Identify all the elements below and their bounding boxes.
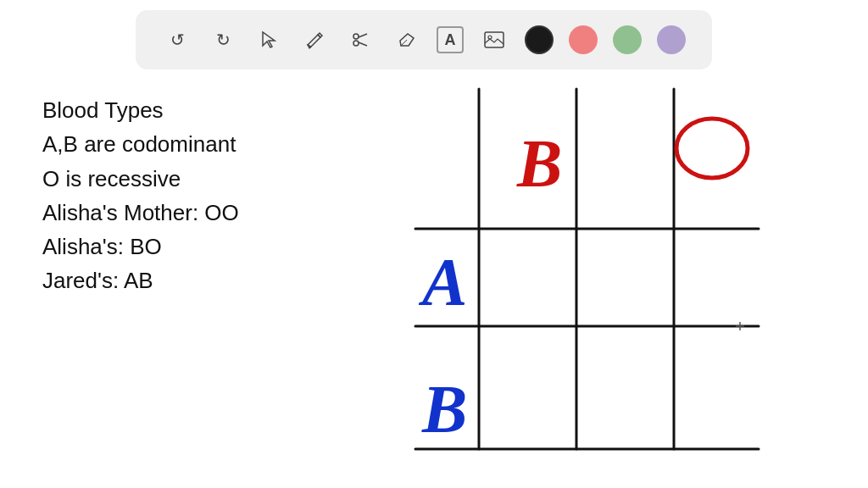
line-blood-types: Blood Types <box>42 93 239 127</box>
redo-button[interactable]: ↻ <box>208 25 238 55</box>
line-codominant: A,B are codominant <box>42 127 239 161</box>
row-header-B: B <box>421 372 467 446</box>
line-alisha: Alisha's: BO <box>42 230 239 263</box>
text-tool[interactable]: A <box>437 26 464 53</box>
svg-point-1 <box>353 41 359 46</box>
color-pink[interactable] <box>569 25 598 54</box>
text-content: Blood Types A,B are codominant O is rece… <box>42 93 239 298</box>
color-lavender[interactable] <box>657 25 686 54</box>
eraser-tool[interactable] <box>391 25 421 55</box>
svg-line-4 <box>401 40 407 46</box>
svg-rect-5 <box>485 32 504 47</box>
image-tool[interactable] <box>479 25 509 55</box>
scissors-tool[interactable] <box>345 25 376 55</box>
toolbar: ↺ ↻ A <box>136 10 712 69</box>
line-recessive: O is recessive <box>42 162 239 196</box>
undo-button[interactable]: ↺ <box>162 25 192 55</box>
pencil-tool[interactable] <box>299 25 330 55</box>
row-header-A: A <box>418 245 467 319</box>
svg-point-0 <box>353 34 359 39</box>
col-header-B: B <box>516 126 562 201</box>
svg-line-2 <box>359 34 367 37</box>
color-green[interactable] <box>613 25 642 54</box>
line-jared: Jared's: AB <box>42 263 239 297</box>
col-header-O <box>676 119 748 178</box>
line-mother: Alisha's Mother: OO <box>42 196 239 230</box>
svg-line-3 <box>359 42 367 46</box>
color-black[interactable] <box>525 25 554 54</box>
select-tool[interactable] <box>253 25 284 55</box>
